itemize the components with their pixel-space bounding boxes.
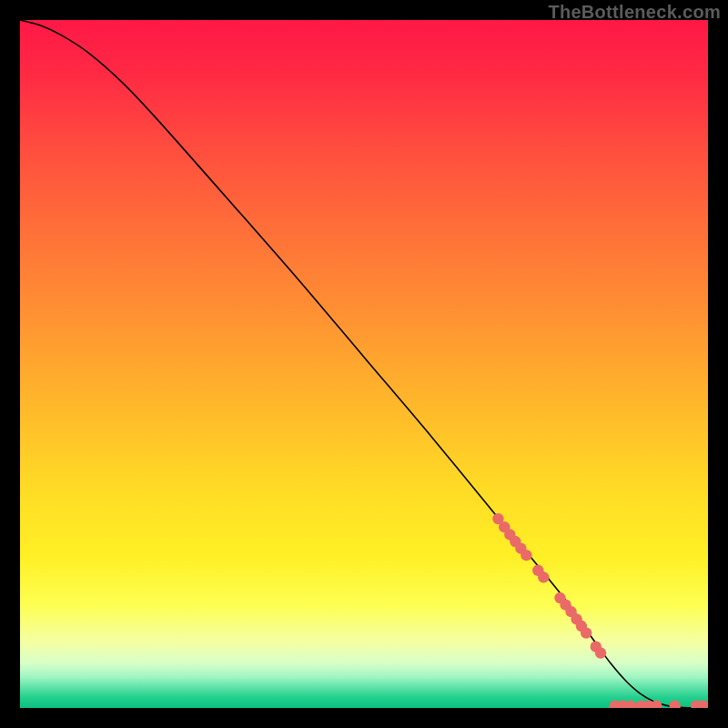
- chart-frame: TheBottleneck.com: [0, 0, 728, 728]
- data-marker: [581, 627, 592, 638]
- data-marker: [595, 647, 606, 658]
- plot-area: [20, 20, 708, 708]
- data-marker: [521, 550, 531, 561]
- gradient-rect: [20, 20, 708, 708]
- chart-svg: [20, 20, 708, 708]
- data-marker: [538, 571, 549, 582]
